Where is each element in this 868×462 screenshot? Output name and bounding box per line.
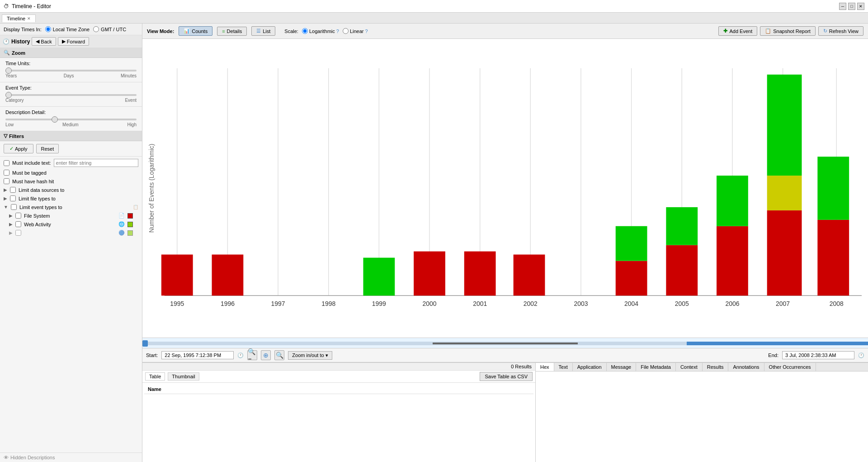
- event-type-thumb[interactable]: [5, 92, 12, 98]
- bar-2004-green[interactable]: [616, 226, 647, 261]
- app-icon: ⏱: [4, 3, 9, 10]
- history-label: History: [11, 38, 30, 45]
- thumbnail-tab[interactable]: Thumbnail: [168, 372, 199, 381]
- save-csv-button[interactable]: Save Table as CSV: [480, 372, 533, 381]
- scrubber-selected-range[interactable]: [687, 342, 868, 345]
- bar-2008-green[interactable]: [817, 157, 849, 220]
- timeline-tab[interactable]: Timeline ✕: [2, 14, 36, 22]
- expand-file-types[interactable]: ▶: [4, 196, 7, 201]
- expand-data-sources[interactable]: ▶: [4, 187, 7, 192]
- filter-webactivity-checkbox[interactable]: [15, 221, 21, 227]
- list-button[interactable]: ☰ List: [251, 26, 275, 36]
- end-clock-icon[interactable]: 🕐: [858, 352, 864, 358]
- start-clock-icon[interactable]: 🕐: [237, 352, 244, 358]
- maximize-button[interactable]: □: [848, 3, 855, 10]
- bar-2007-green[interactable]: [767, 75, 802, 176]
- filter-filesystem-checkbox[interactable]: [15, 213, 21, 219]
- add-event-button[interactable]: ✚ Add Event: [718, 26, 757, 36]
- description-detail-thumb[interactable]: [52, 116, 58, 123]
- thumbnail-tab-label: Thumbnail: [172, 374, 195, 379]
- bar-1999-green[interactable]: [363, 258, 395, 296]
- filter-text-input[interactable]: [54, 159, 138, 167]
- expand-filesystem[interactable]: ▶: [9, 213, 13, 218]
- expand-more[interactable]: ▶: [9, 230, 13, 235]
- filter-hash-checkbox[interactable]: [4, 178, 9, 184]
- tab-results[interactable]: Results: [703, 363, 729, 371]
- tab-text-label: Text: [559, 364, 568, 370]
- tab-file-metadata[interactable]: File Metadata: [636, 363, 676, 371]
- bar-2006-green[interactable]: [717, 176, 748, 226]
- details-button[interactable]: ≡ Details: [217, 27, 247, 36]
- filter-file-types-checkbox[interactable]: [10, 195, 16, 201]
- bar-1995-red[interactable]: [161, 255, 193, 296]
- zoom-in-button[interactable]: ⊕: [261, 350, 271, 360]
- filter-event-types-checkbox[interactable]: [11, 204, 17, 210]
- reset-button[interactable]: Reset: [36, 144, 59, 153]
- bar-2007-yellow[interactable]: [767, 176, 802, 210]
- filter-sub-webactivity: ▶ Web Activity 🌐: [0, 220, 142, 229]
- x-label-1995: 1995: [170, 300, 184, 307]
- snapshot-icon: 📋: [765, 28, 771, 34]
- bar-2002-red[interactable]: [514, 255, 545, 296]
- gmt-radio-group[interactable]: GMT / UTC: [93, 26, 126, 32]
- bar-2000-red[interactable]: [414, 252, 445, 296]
- local-time-radio[interactable]: [45, 26, 51, 32]
- linear-radio-group[interactable]: Linear ?: [343, 28, 368, 34]
- close-button[interactable]: ✕: [857, 3, 864, 10]
- tab-other-occurrences[interactable]: Other Occurrences: [764, 363, 816, 371]
- zoom-magnifier-icon[interactable]: 🔍: [274, 350, 284, 360]
- bar-2007-red[interactable]: [767, 210, 802, 295]
- back-button[interactable]: ◀ Back: [32, 37, 56, 46]
- gmt-radio[interactable]: [93, 26, 99, 32]
- table-tab[interactable]: Table: [145, 372, 165, 381]
- tab-annotations[interactable]: Annotations: [728, 363, 764, 371]
- minimize-button[interactable]: ─: [839, 3, 846, 10]
- tab-hex[interactable]: Hex: [536, 363, 554, 371]
- logarithmic-help-icon[interactable]: ?: [336, 29, 339, 34]
- filter-hash-label: Must have hash hit: [12, 179, 54, 184]
- scrubber-left-handle[interactable]: [142, 340, 148, 347]
- bar-2008-red[interactable]: [817, 220, 849, 295]
- start-date-input[interactable]: [161, 351, 234, 359]
- zoom-combo-button[interactable]: Zoom in/out to ▾: [288, 351, 332, 360]
- counts-button[interactable]: 📊 Counts: [179, 26, 212, 36]
- logarithmic-radio[interactable]: [302, 28, 308, 34]
- local-time-radio-group[interactable]: Local Time Zone: [45, 26, 90, 32]
- tab-application[interactable]: Application: [573, 363, 607, 371]
- filter-more-checkbox[interactable]: [15, 230, 21, 236]
- clock-icon: 🕐: [3, 38, 9, 45]
- linear-help-icon[interactable]: ?: [365, 29, 368, 34]
- tab-text[interactable]: Text: [554, 363, 573, 371]
- filter-must-include-checkbox[interactable]: [4, 160, 9, 166]
- tab-message[interactable]: Message: [607, 363, 637, 371]
- bar-2006-red[interactable]: [717, 226, 748, 296]
- logarithmic-radio-group[interactable]: Logarithmic ?: [302, 28, 339, 34]
- tab-results-label: Results: [707, 364, 724, 370]
- refresh-view-button[interactable]: ↻ Refresh View: [818, 26, 863, 36]
- details-label: Details: [227, 29, 242, 34]
- bar-2005-green[interactable]: [666, 207, 698, 245]
- timeline-scrubber[interactable]: [142, 338, 868, 348]
- snapshot-report-button[interactable]: 📋 Snapshot Report: [760, 26, 816, 36]
- filter-data-sources-checkbox[interactable]: [10, 187, 16, 193]
- end-date-input[interactable]: [782, 351, 854, 359]
- bar-2004-red[interactable]: [616, 261, 647, 296]
- hidden-descriptions-label: Hidden Descriptions: [10, 455, 55, 460]
- linear-radio[interactable]: [343, 28, 349, 34]
- forward-button[interactable]: ▶ Forward: [58, 37, 89, 46]
- filter-tagged-checkbox[interactable]: [4, 170, 9, 176]
- zoom-label: Zoom: [12, 50, 25, 56]
- expand-event-types[interactable]: ▼: [4, 205, 8, 210]
- x-label-1996: 1996: [221, 300, 235, 307]
- expand-webactivity[interactable]: ▶: [9, 222, 13, 227]
- bar-2005-red[interactable]: [666, 245, 698, 296]
- zoom-out-button[interactable]: 🔍−: [247, 350, 257, 360]
- time-units-thumb[interactable]: [5, 67, 12, 74]
- timeline-tab-close[interactable]: ✕: [27, 16, 31, 21]
- webactivity-label: Web Activity: [24, 222, 51, 227]
- apply-button[interactable]: ✓ Apply: [4, 144, 33, 153]
- bar-1996-red[interactable]: [212, 255, 244, 296]
- bar-2001-red[interactable]: [464, 252, 496, 296]
- tab-context[interactable]: Context: [676, 363, 703, 371]
- description-detail-section: Description Detail: Low Medium High: [0, 107, 142, 131]
